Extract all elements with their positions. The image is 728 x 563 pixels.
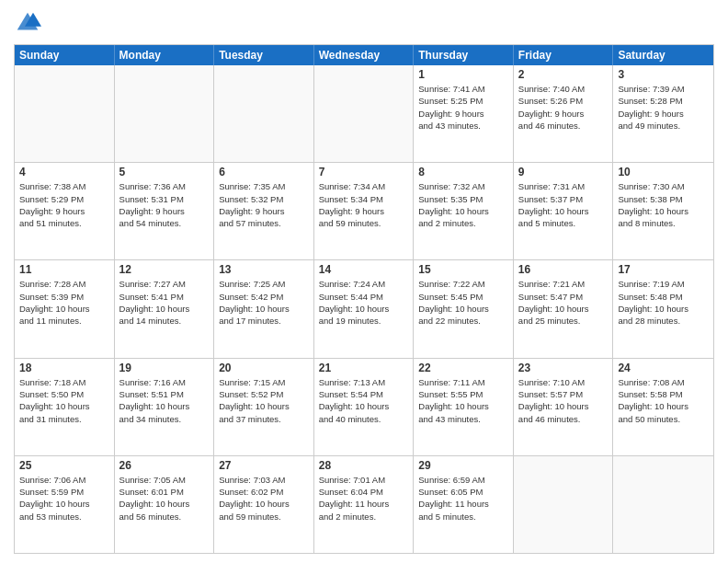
header [14,9,714,37]
cal-cell-empty-0-3 [314,65,415,162]
cal-cell-9: 9Sunrise: 7:31 AM Sunset: 5:37 PM Daylig… [514,163,614,259]
day-info: Sunrise: 7:39 AM Sunset: 5:28 PM Dayligh… [618,83,709,132]
day-number: 28 [319,459,409,472]
cal-cell-5: 5Sunrise: 7:36 AM Sunset: 5:31 PM Daylig… [115,163,215,259]
cal-cell-16: 16Sunrise: 7:21 AM Sunset: 5:47 PM Dayli… [514,260,614,357]
cal-header-monday: Monday [115,45,215,65]
day-number: 17 [618,263,709,276]
day-info: Sunrise: 7:03 AM Sunset: 6:02 PM Dayligh… [219,474,309,523]
cal-cell-11: 11Sunrise: 7:28 AM Sunset: 5:39 PM Dayli… [15,260,115,357]
cal-cell-28: 28Sunrise: 7:01 AM Sunset: 6:04 PM Dayli… [314,456,415,553]
day-number: 9 [518,166,609,178]
day-info: Sunrise: 7:18 AM Sunset: 5:50 PM Dayligh… [19,376,109,425]
day-info: Sunrise: 7:31 AM Sunset: 5:37 PM Dayligh… [518,180,609,229]
day-number: 16 [518,263,609,276]
day-number: 1 [418,68,508,81]
calendar: SundayMondayTuesdayWednesdayThursdayFrid… [14,44,714,554]
day-number: 4 [19,166,109,178]
day-number: 20 [219,362,309,374]
day-number: 23 [518,362,609,374]
cal-cell-7: 7Sunrise: 7:34 AM Sunset: 5:34 PM Daylig… [314,163,415,259]
day-info: Sunrise: 7:41 AM Sunset: 5:25 PM Dayligh… [418,83,508,132]
day-info: Sunrise: 7:13 AM Sunset: 5:54 PM Dayligh… [319,376,409,425]
day-info: Sunrise: 7:38 AM Sunset: 5:29 PM Dayligh… [19,180,109,229]
cal-cell-23: 23Sunrise: 7:10 AM Sunset: 5:57 PM Dayli… [514,359,614,455]
logo-icon [14,9,41,37]
cal-cell-empty-4-6 [613,456,713,553]
cal-cell-18: 18Sunrise: 7:18 AM Sunset: 5:50 PM Dayli… [15,359,115,455]
day-info: Sunrise: 7:15 AM Sunset: 5:52 PM Dayligh… [219,376,309,425]
cal-header-saturday: Saturday [613,45,713,65]
cal-header-wednesday: Wednesday [314,45,415,65]
cal-cell-empty-0-1 [115,65,215,162]
cal-week-4: 25Sunrise: 7:06 AM Sunset: 5:59 PM Dayli… [15,456,713,553]
day-info: Sunrise: 7:01 AM Sunset: 6:04 PM Dayligh… [319,474,409,523]
cal-cell-22: 22Sunrise: 7:11 AM Sunset: 5:55 PM Dayli… [414,359,514,455]
day-number: 15 [418,263,508,276]
cal-cell-1: 1Sunrise: 7:41 AM Sunset: 5:25 PM Daylig… [414,65,514,162]
cal-header-thursday: Thursday [414,45,514,65]
logo [14,9,45,37]
calendar-header: SundayMondayTuesdayWednesdayThursdayFrid… [15,45,713,65]
day-number: 7 [319,166,409,178]
cal-cell-26: 26Sunrise: 7:05 AM Sunset: 6:01 PM Dayli… [115,456,215,553]
cal-cell-8: 8Sunrise: 7:32 AM Sunset: 5:35 PM Daylig… [414,163,514,259]
day-info: Sunrise: 7:16 AM Sunset: 5:51 PM Dayligh… [119,376,210,425]
day-number: 5 [119,166,210,178]
day-number: 3 [618,68,709,81]
day-number: 21 [319,362,409,374]
day-number: 2 [518,68,609,81]
cal-cell-3: 3Sunrise: 7:39 AM Sunset: 5:28 PM Daylig… [613,65,713,162]
day-number: 13 [219,263,309,276]
day-info: Sunrise: 7:11 AM Sunset: 5:55 PM Dayligh… [418,376,508,425]
cal-cell-20: 20Sunrise: 7:15 AM Sunset: 5:52 PM Dayli… [214,359,314,455]
cal-week-3: 18Sunrise: 7:18 AM Sunset: 5:50 PM Dayli… [15,359,713,456]
cal-cell-empty-4-5 [514,456,614,553]
cal-header-sunday: Sunday [15,45,115,65]
day-number: 25 [19,459,109,472]
day-number: 22 [418,362,508,374]
day-info: Sunrise: 7:08 AM Sunset: 5:58 PM Dayligh… [618,376,709,425]
cal-cell-13: 13Sunrise: 7:25 AM Sunset: 5:42 PM Dayli… [214,260,314,357]
cal-header-friday: Friday [514,45,614,65]
cal-week-0: 1Sunrise: 7:41 AM Sunset: 5:25 PM Daylig… [15,65,713,163]
day-info: Sunrise: 7:40 AM Sunset: 5:26 PM Dayligh… [518,83,609,132]
day-info: Sunrise: 7:35 AM Sunset: 5:32 PM Dayligh… [219,180,309,229]
cal-week-1: 4Sunrise: 7:38 AM Sunset: 5:29 PM Daylig… [15,163,713,260]
day-number: 10 [618,166,709,178]
day-info: Sunrise: 7:19 AM Sunset: 5:48 PM Dayligh… [618,278,709,327]
cal-cell-15: 15Sunrise: 7:22 AM Sunset: 5:45 PM Dayli… [414,260,514,357]
day-number: 14 [319,263,409,276]
day-info: Sunrise: 7:27 AM Sunset: 5:41 PM Dayligh… [119,278,210,327]
day-info: Sunrise: 7:28 AM Sunset: 5:39 PM Dayligh… [19,278,109,327]
cal-week-2: 11Sunrise: 7:28 AM Sunset: 5:39 PM Dayli… [15,260,713,358]
day-info: Sunrise: 7:32 AM Sunset: 5:35 PM Dayligh… [418,180,508,229]
day-info: Sunrise: 7:06 AM Sunset: 5:59 PM Dayligh… [19,474,109,523]
day-number: 11 [19,263,109,276]
day-info: Sunrise: 6:59 AM Sunset: 6:05 PM Dayligh… [418,474,508,523]
calendar-body: 1Sunrise: 7:41 AM Sunset: 5:25 PM Daylig… [15,65,713,553]
day-info: Sunrise: 7:10 AM Sunset: 5:57 PM Dayligh… [518,376,609,425]
cal-header-tuesday: Tuesday [214,45,314,65]
day-number: 19 [119,362,210,374]
day-info: Sunrise: 7:05 AM Sunset: 6:01 PM Dayligh… [119,474,210,523]
day-number: 26 [119,459,210,472]
day-info: Sunrise: 7:25 AM Sunset: 5:42 PM Dayligh… [219,278,309,327]
day-number: 8 [418,166,508,178]
cal-cell-empty-0-0 [15,65,115,162]
day-info: Sunrise: 7:22 AM Sunset: 5:45 PM Dayligh… [418,278,508,327]
day-info: Sunrise: 7:36 AM Sunset: 5:31 PM Dayligh… [119,180,210,229]
cal-cell-25: 25Sunrise: 7:06 AM Sunset: 5:59 PM Dayli… [15,456,115,553]
cal-cell-29: 29Sunrise: 6:59 AM Sunset: 6:05 PM Dayli… [414,456,514,553]
cal-cell-19: 19Sunrise: 7:16 AM Sunset: 5:51 PM Dayli… [115,359,215,455]
day-number: 18 [19,362,109,374]
day-number: 12 [119,263,210,276]
cal-cell-12: 12Sunrise: 7:27 AM Sunset: 5:41 PM Dayli… [115,260,215,357]
day-number: 6 [219,166,309,178]
cal-cell-2: 2Sunrise: 7:40 AM Sunset: 5:26 PM Daylig… [514,65,614,162]
cal-cell-14: 14Sunrise: 7:24 AM Sunset: 5:44 PM Dayli… [314,260,415,357]
day-info: Sunrise: 7:21 AM Sunset: 5:47 PM Dayligh… [518,278,609,327]
cal-cell-17: 17Sunrise: 7:19 AM Sunset: 5:48 PM Dayli… [613,260,713,357]
cal-cell-empty-0-2 [214,65,314,162]
day-info: Sunrise: 7:30 AM Sunset: 5:38 PM Dayligh… [618,180,709,229]
